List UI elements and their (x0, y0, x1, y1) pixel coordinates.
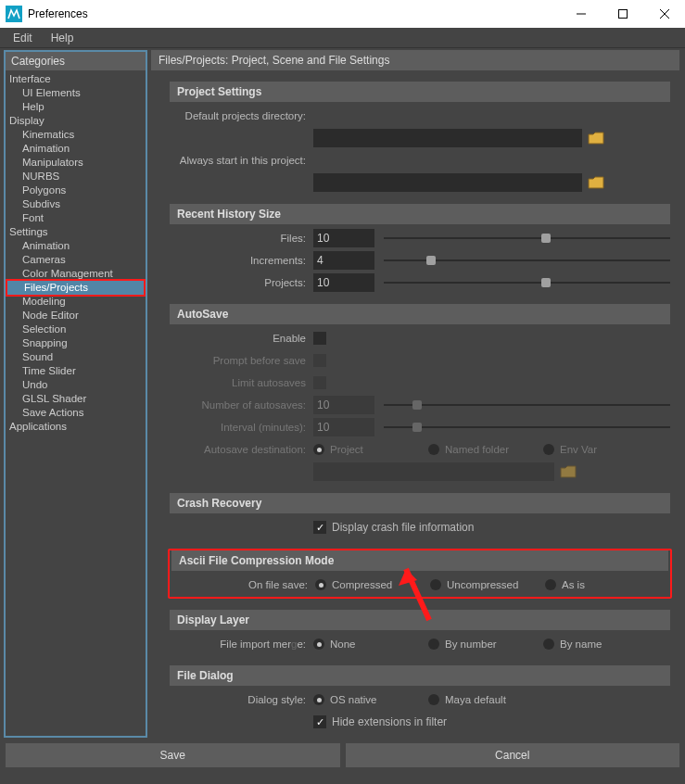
close-button[interactable] (643, 0, 685, 28)
category-subdivs[interactable]: Subdivs (6, 197, 146, 211)
category-kinematics[interactable]: Kinematics (6, 128, 146, 142)
uncompressed-label: Uncompressed (447, 579, 518, 590)
num-autosaves-input (313, 396, 374, 414)
os-native-label: OS native (330, 694, 377, 705)
category-display[interactable]: Display (6, 114, 146, 128)
category-save-actions[interactable]: Save Actions (6, 406, 146, 420)
merge-none-radio[interactable] (313, 639, 324, 650)
projects-slider[interactable] (384, 276, 670, 289)
category-undo[interactable]: Undo (6, 378, 146, 392)
files-slider[interactable] (384, 232, 670, 245)
merge-name-radio[interactable] (543, 639, 554, 650)
display-crash-label: Display crash file information (332, 521, 474, 534)
uncompressed-radio[interactable] (430, 579, 441, 590)
category-node-editor[interactable]: Node Editor (6, 309, 146, 322)
menu-edit[interactable]: Edit (4, 30, 42, 46)
titlebar: Preferences (0, 0, 685, 28)
section-title: Crash Recovery (170, 493, 670, 513)
files-input[interactable] (313, 229, 374, 247)
dest-project-label: Project (330, 444, 363, 455)
section-title: Project Settings (170, 82, 670, 102)
save-button[interactable]: Save (6, 743, 340, 767)
section-file-dialog: File Dialog Dialog style: OS native Maya… (170, 665, 670, 732)
category-glsl-shader[interactable]: GLSL Shader (6, 392, 146, 406)
merge-number-radio[interactable] (428, 639, 439, 650)
category-cameras[interactable]: Cameras (6, 253, 146, 267)
folder-input (313, 462, 554, 481)
compressed-label: Compressed (332, 579, 392, 590)
category-snapping[interactable]: Snapping (6, 336, 146, 350)
merge-label: File import merge: (170, 639, 313, 650)
files-label: Files: (170, 233, 313, 244)
categories-panel: Categories InterfaceUI ElementsHelpDispl… (4, 50, 147, 738)
asis-radio[interactable] (545, 579, 556, 590)
category-animation[interactable]: Animation (6, 142, 146, 156)
compressed-radio[interactable] (315, 579, 326, 590)
dest-project-radio (313, 444, 324, 455)
interval-slider (384, 421, 670, 434)
section-ascii-compression: Ascii File Compression Mode On file save… (171, 550, 668, 595)
section-title: AutoSave (170, 304, 670, 324)
settings-panel: Files/Projects: Project, Scene and File … (149, 48, 685, 740)
hide-ext-checkbox[interactable] (313, 715, 326, 728)
section-title: Display Layer (170, 610, 670, 630)
menubar: Edit Help (0, 28, 685, 48)
increments-input[interactable] (313, 251, 374, 270)
projects-input[interactable] (313, 273, 374, 292)
category-selection[interactable]: Selection (6, 322, 146, 336)
maximize-button[interactable] (602, 0, 643, 28)
browse-folder-icon[interactable] (588, 176, 604, 189)
prompt-label: Prompt before save (170, 355, 313, 366)
merge-none-label: None (330, 639, 356, 650)
section-title: File Dialog (170, 665, 670, 686)
category-nurbs[interactable]: NURBS (6, 170, 146, 183)
categories-header: Categories (6, 52, 146, 70)
dest-env-label: Env Var (560, 444, 597, 455)
section-title: Ascii File Compression Mode (171, 550, 668, 571)
maya-default-label: Maya default (445, 694, 506, 705)
categories-tree: InterfaceUI ElementsHelpDisplayKinematic… (6, 70, 146, 436)
always-start-input[interactable] (313, 173, 582, 192)
minimize-button[interactable] (560, 0, 602, 28)
category-polygons[interactable]: Polygons (6, 183, 146, 197)
default-dir-input[interactable] (313, 129, 582, 147)
maya-default-radio[interactable] (428, 694, 439, 705)
menu-help[interactable]: Help (42, 30, 83, 46)
category-applications[interactable]: Applications (6, 420, 146, 434)
num-autosaves-label: Number of autosaves: (170, 399, 313, 411)
prompt-checkbox (313, 354, 326, 367)
settings-header: Files/Projects: Project, Scene and File … (151, 50, 679, 70)
svg-rect-2 (618, 10, 627, 19)
section-title: Recent History Size (170, 204, 670, 224)
category-settings[interactable]: Settings (6, 225, 146, 239)
dest-named-label: Named folder (445, 444, 509, 455)
section-recent-history: Recent History Size Files: Increments: P… (170, 204, 670, 293)
merge-number-label: By number (445, 639, 497, 650)
category-manipulators[interactable]: Manipulators (6, 156, 146, 170)
display-crash-checkbox[interactable] (313, 521, 326, 534)
cancel-button[interactable]: Cancel (346, 743, 680, 767)
section-crash-recovery: Crash Recovery Display crash file inform… (170, 493, 670, 537)
highlight-ascii-compression: Ascii File Compression Mode On file save… (168, 549, 672, 599)
os-native-radio[interactable] (313, 694, 324, 705)
interval-input (313, 418, 374, 436)
category-files-projects[interactable]: Files/Projects (6, 279, 146, 297)
browse-folder-icon (560, 465, 577, 478)
increments-slider[interactable] (384, 254, 670, 267)
browse-folder-icon[interactable] (588, 132, 604, 145)
category-ui-elements[interactable]: UI Elements (6, 86, 146, 100)
category-modeling[interactable]: Modeling (6, 295, 146, 309)
app-logo-icon (6, 6, 22, 22)
enable-checkbox[interactable] (313, 332, 326, 345)
category-font[interactable]: Font (6, 211, 146, 225)
category-animation[interactable]: Animation (6, 239, 146, 253)
category-interface[interactable]: Interface (6, 72, 146, 86)
category-help[interactable]: Help (6, 100, 146, 114)
projects-label: Projects: (170, 277, 313, 288)
category-time-slider[interactable]: Time Slider (6, 364, 146, 378)
dest-env-radio (543, 444, 554, 455)
footer: Save Cancel (0, 740, 685, 771)
default-dir-label: Default projects directory: (170, 110, 313, 121)
section-autosave: AutoSave Enable Prompt before save Limit… (170, 304, 670, 482)
category-sound[interactable]: Sound (6, 350, 146, 364)
